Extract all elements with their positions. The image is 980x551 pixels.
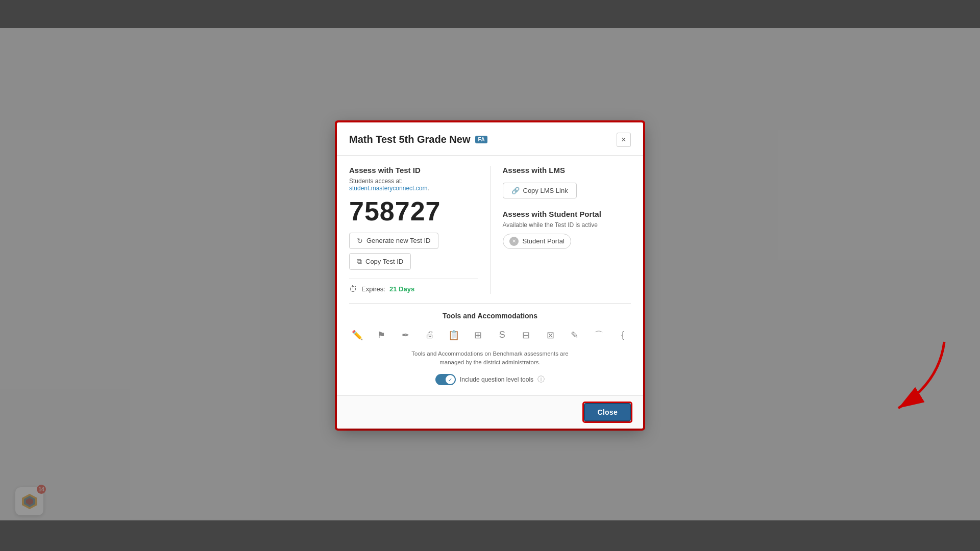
arc-tool-icon[interactable]: ⌒: [591, 327, 606, 343]
generate-new-test-id-button[interactable]: ↻ Generate new Test ID: [349, 233, 438, 249]
table-tool-icon[interactable]: ⊞: [470, 327, 486, 343]
dialog-body: Assess with Test ID Students access at: …: [337, 156, 643, 396]
fa-badge: FA: [475, 136, 487, 143]
portal-x-icon: ✕: [509, 237, 519, 246]
expires-row: ⏱ Expires: 21 Days: [349, 278, 478, 294]
dialog-close-x-button[interactable]: ×: [617, 133, 631, 147]
calculator-tool-icon[interactable]: ⊟: [518, 327, 534, 343]
dialog-highlight-border: Math Test 5th Grade New FA × Assess with…: [335, 120, 645, 431]
portal-available-note: Available while the Test ID is active: [503, 221, 631, 229]
test-id-buttons: ↻ Generate new Test ID ⧉ Copy Test ID: [349, 233, 478, 270]
expires-label: Expires:: [361, 285, 385, 293]
info-icon[interactable]: ⓘ: [537, 375, 545, 384]
tools-icons-row: ✏️ ⚑ ✒ 🖨 📋 ⊞ S ⊟ ⊠ ✎ ⌒ {: [349, 327, 631, 343]
test-id-number: 758727: [349, 198, 478, 224]
link-icon: 🔗: [511, 187, 520, 194]
print-tool-icon[interactable]: 🖨: [422, 327, 437, 343]
refresh-icon: ↻: [357, 237, 363, 245]
title-text: Math Test 5th Grade New: [349, 134, 470, 145]
clock-icon: ⏱: [349, 285, 357, 294]
highlighter-tool-icon[interactable]: ✒: [398, 327, 413, 343]
assess-student-portal-title: Assess with Student Portal: [503, 210, 631, 218]
dialog-title: Math Test 5th Grade New FA: [349, 134, 487, 145]
student-portal-section: Assess with Student Portal Available whi…: [503, 210, 631, 249]
tools-title: Tools and Accommodations: [349, 312, 631, 320]
tools-accommodations-section: Tools and Accommodations ✏️ ⚑ ✒ 🖨 📋 ⊞ S …: [349, 312, 631, 386]
student-portal-toggle-button[interactable]: ✕ Student Portal: [503, 234, 571, 249]
students-access-text: Students access at: student.masteryconne…: [349, 178, 478, 192]
tools-note: Tools and Accommodations on Benchmark as…: [349, 349, 631, 367]
section-divider: [349, 303, 631, 304]
question-level-tools-toggle[interactable]: ✓: [435, 374, 456, 385]
assess-lms-title: Assess with LMS: [503, 166, 631, 174]
edit-tool-icon[interactable]: ✏️: [349, 327, 365, 343]
brace-tool-icon[interactable]: {: [615, 327, 631, 343]
strikethrough-tool-icon[interactable]: S: [494, 327, 510, 343]
student-portal-link[interactable]: student.masteryconnect.com: [349, 185, 427, 192]
toggle-checkmark: ✓: [446, 375, 455, 384]
flag-tool-icon[interactable]: ⚑: [373, 327, 389, 343]
copy-lms-link-button[interactable]: 🔗 Copy LMS Link: [503, 183, 577, 198]
left-column: Assess with Test ID Students access at: …: [349, 166, 491, 294]
copy-test-id-button[interactable]: ⧉ Copy Test ID: [349, 253, 411, 270]
two-column-layout: Assess with Test ID Students access at: …: [349, 166, 631, 294]
dialog-footer: Close: [337, 395, 643, 429]
dialog-header: Math Test 5th Grade New FA ×: [337, 122, 643, 156]
copy-icon: ⧉: [357, 257, 362, 266]
expires-value: 21 Days: [389, 285, 414, 293]
question-level-tools-row: ✓ Include question level tools ⓘ: [349, 374, 631, 385]
notepad-tool-icon[interactable]: 📋: [446, 327, 461, 343]
close-button-highlight: Close: [584, 403, 631, 421]
close-dialog-button[interactable]: Close: [584, 403, 631, 421]
main-dialog: Math Test 5th Grade New FA × Assess with…: [337, 122, 643, 429]
assess-test-id-title: Assess with Test ID: [349, 166, 478, 174]
grid-calc-tool-icon[interactable]: ⊠: [543, 327, 558, 343]
toggle-label: Include question level tools: [460, 376, 533, 383]
right-column: Assess with LMS 🔗 Copy LMS Link Assess w…: [491, 166, 631, 294]
pencil-tool-icon[interactable]: ✎: [567, 327, 582, 343]
